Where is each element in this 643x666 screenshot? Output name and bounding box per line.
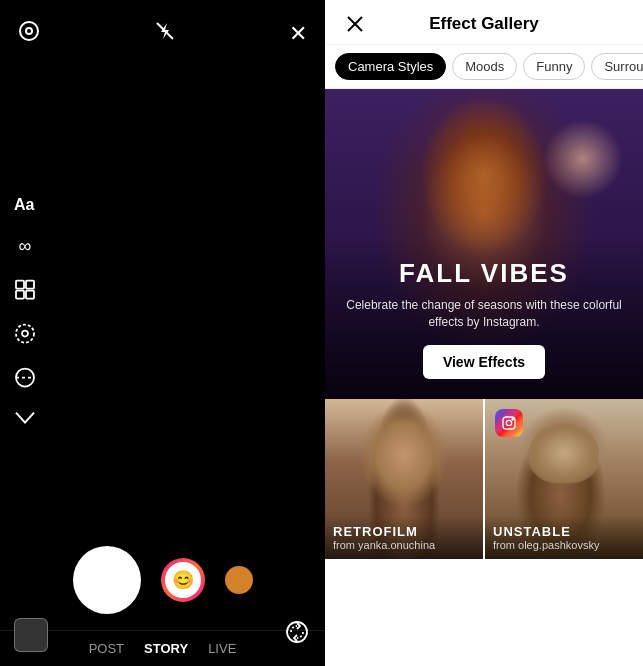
svg-point-17 bbox=[512, 419, 513, 420]
shutter-button[interactable] bbox=[73, 546, 141, 614]
svg-point-16 bbox=[506, 420, 511, 425]
svg-rect-6 bbox=[16, 291, 24, 299]
layout-icon[interactable] bbox=[14, 279, 36, 301]
story-mode[interactable]: STORY bbox=[144, 641, 188, 656]
effect-label-unstable: Unstable from oleg.pashkovsky bbox=[485, 516, 643, 559]
camera-modes: POST STORY LIVE bbox=[89, 641, 237, 656]
camera-left-tools: Aa ∞ bbox=[14, 196, 36, 425]
circle-dash-icon[interactable] bbox=[14, 367, 36, 389]
feature-card[interactable]: FALL VIBES Celebrate the change of seaso… bbox=[325, 89, 643, 399]
close-icon[interactable]: ✕ bbox=[289, 21, 307, 47]
svg-rect-5 bbox=[26, 281, 34, 289]
chevron-down-icon[interactable] bbox=[14, 411, 36, 425]
effect-name-unstable: Unstable bbox=[493, 524, 635, 539]
svg-rect-4 bbox=[16, 281, 24, 289]
gallery-title: Effect Gallery bbox=[369, 14, 599, 34]
text-tool[interactable]: Aa bbox=[14, 196, 36, 214]
settings-icon[interactable] bbox=[18, 20, 40, 48]
effects-grid: RETROFILM from yanka.onuchina Unstable f… bbox=[325, 399, 643, 559]
post-mode[interactable]: POST bbox=[89, 641, 124, 656]
camera-panel: ✕ Aa ∞ bbox=[0, 0, 325, 666]
color-dot-button[interactable] bbox=[225, 566, 253, 594]
svg-line-3 bbox=[157, 23, 173, 39]
effect-author-unstable: from oleg.pashkovsky bbox=[493, 539, 635, 551]
live-mode[interactable]: LIVE bbox=[208, 641, 236, 656]
camera-mode-bar: POST STORY LIVE bbox=[0, 630, 325, 666]
effect-picker-button[interactable]: 😊 bbox=[161, 558, 205, 602]
gallery-content: FALL VIBES Celebrate the change of seaso… bbox=[325, 89, 643, 666]
tab-surroundings[interactable]: Surroundings bbox=[591, 53, 643, 80]
camera-bottom: 😊 POST STORY LIVE bbox=[0, 546, 325, 666]
svg-point-0 bbox=[20, 22, 38, 40]
effect-label-retrofilm: RETROFILM from yanka.onuchina bbox=[325, 516, 483, 559]
tab-funny[interactable]: Funny bbox=[523, 53, 585, 80]
instagram-badge bbox=[495, 409, 523, 437]
feature-overlay: FALL VIBES Celebrate the change of seaso… bbox=[325, 238, 643, 399]
gallery-panel: Effect Gallery Camera Styles Moods Funny… bbox=[325, 0, 643, 666]
svg-point-8 bbox=[22, 331, 28, 337]
effect-thumb-retrofilm[interactable]: RETROFILM from yanka.onuchina bbox=[325, 399, 483, 559]
infinity-icon[interactable]: ∞ bbox=[14, 236, 36, 257]
gallery-close-button[interactable] bbox=[341, 15, 369, 33]
camera-top-bar: ✕ bbox=[0, 0, 325, 68]
gallery-tabs: Camera Styles Moods Funny Surroundings bbox=[325, 45, 643, 89]
feature-title: FALL VIBES bbox=[341, 258, 627, 289]
gear-icon[interactable] bbox=[14, 323, 36, 345]
gallery-header: Effect Gallery bbox=[325, 0, 643, 45]
effect-thumb-unstable[interactable]: Unstable from oleg.pashkovsky bbox=[485, 399, 643, 559]
svg-point-1 bbox=[26, 28, 32, 34]
effect-name-retrofilm: RETROFILM bbox=[333, 524, 475, 539]
camera-controls: 😊 bbox=[0, 546, 325, 630]
feature-flare bbox=[543, 119, 623, 199]
flip-camera-button[interactable] bbox=[283, 618, 311, 652]
view-effects-button[interactable]: View Effects bbox=[423, 345, 545, 379]
svg-point-12 bbox=[287, 622, 307, 642]
gallery-thumbnail[interactable] bbox=[14, 618, 48, 652]
tab-camera-styles[interactable]: Camera Styles bbox=[335, 53, 446, 80]
tab-moods[interactable]: Moods bbox=[452, 53, 517, 80]
face-icon: 😊 bbox=[172, 569, 194, 591]
effect-author-retrofilm: from yanka.onuchina bbox=[333, 539, 475, 551]
svg-rect-7 bbox=[26, 291, 34, 299]
svg-point-9 bbox=[16, 325, 34, 343]
flash-off-icon[interactable] bbox=[155, 21, 175, 47]
feature-description: Celebrate the change of seasons with the… bbox=[341, 297, 627, 331]
effect-btn-inner: 😊 bbox=[165, 562, 201, 598]
